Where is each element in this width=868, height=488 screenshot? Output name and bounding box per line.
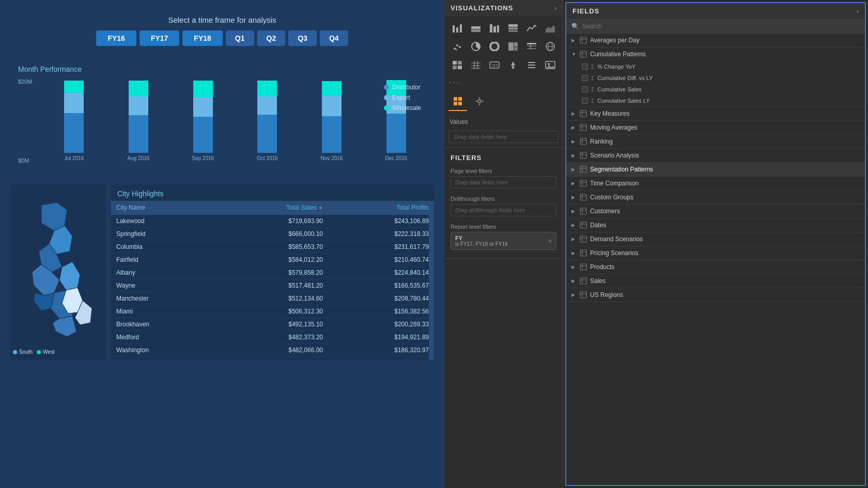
field-sub-name: Cumulative Sales LY [597, 98, 649, 104]
line-chart-icon[interactable] [523, 19, 540, 37]
field-group-header-key-measures[interactable]: ▶ Key Measures [566, 107, 865, 120]
bar-wholesale [257, 81, 277, 97]
pie-icon[interactable] [467, 38, 485, 55]
q4-button[interactable]: Q4 [320, 30, 348, 46]
q3-button[interactable]: Q3 [288, 30, 317, 46]
field-group-header-pricing-scenarios[interactable]: ▶ Pricing Scenarios [566, 246, 865, 260]
field-group-header-demand-scenarios[interactable]: ▶ Demand Scenarios [566, 232, 865, 246]
field-group-header-segmentation-patterns[interactable]: ▶ Segmentation Patterns [566, 163, 865, 176]
svg-rect-94 [580, 222, 586, 228]
table-viz-icon[interactable] [523, 38, 540, 55]
fy16-button[interactable]: FY16 [96, 30, 136, 46]
area-chart-icon[interactable] [541, 19, 559, 37]
filter-chip-fy[interactable]: FY is FY17, FY18 or FY16 × [451, 232, 556, 250]
field-group-header-dates[interactable]: ▶ Dates [566, 218, 865, 232]
matrix-icon[interactable] [467, 56, 485, 74]
viz-filters-col: VISUALIZATIONS › [444, 0, 563, 488]
field-group-header-products[interactable]: ▶ Products [566, 260, 865, 274]
bar-chart-icon[interactable] [448, 19, 466, 37]
fields-window-outer: FIELDS › 🔍 ▶ Averages per Day ▼ Cumulati… [565, 2, 866, 486]
time-frame-label: Select a time frame for analysis [0, 15, 444, 24]
table-icon [580, 138, 587, 145]
bar-stack [64, 81, 84, 153]
card-icon[interactable]: 123 [486, 56, 503, 74]
bar-distributor [129, 115, 148, 153]
fy17-button[interactable]: FY17 [140, 30, 179, 46]
field-group-header-custom-groups[interactable]: ▶ Custom Groups [566, 191, 865, 204]
main-area: Select a time frame for analysis FY16 FY… [0, 0, 444, 488]
field-group: ▶ Ranking [566, 135, 865, 149]
field-sub-item[interactable]: Σ Cumulative Diff. vs LY [566, 72, 865, 84]
field-group-name: Time Comparison [590, 180, 639, 187]
bar-label: Aug 2016 [128, 155, 150, 161]
field-group-header-cumulative-patterns[interactable]: ▼ Cumulative Patterns [566, 48, 865, 61]
grid-icon[interactable] [448, 56, 466, 74]
bar-label: Jul 2016 [64, 155, 84, 161]
fields-search-input[interactable] [582, 23, 860, 30]
city-highlights-title: City Highlights [111, 184, 434, 201]
chip-close-icon[interactable]: × [548, 238, 552, 245]
bar-distributor [257, 115, 277, 153]
report-filters-section: Report level filters FY is FY17, FY18 or… [444, 222, 563, 254]
viz-chevron[interactable]: › [554, 5, 556, 12]
field-group: ▶ Customers [566, 204, 865, 218]
svg-rect-85 [580, 180, 586, 186]
svg-rect-109 [580, 292, 586, 298]
fields-tab-icon[interactable] [448, 92, 467, 111]
month-performance-title: Month Performance [18, 65, 426, 73]
100pct-bar-icon[interactable] [504, 19, 522, 37]
globe-viz-icon[interactable] [541, 38, 559, 55]
kpi-icon[interactable] [504, 56, 522, 74]
time-frame-section: Select a time frame for analysis FY16 FY… [0, 0, 444, 54]
donut-icon[interactable] [486, 38, 503, 55]
field-sub-item[interactable]: Σ Cumulative Sales [566, 84, 865, 95]
field-group-header-averages-per-day[interactable]: ▶ Averages per Day [566, 34, 865, 47]
field-group-header-ranking[interactable]: ▶ Ranking [566, 135, 865, 148]
svg-rect-21 [508, 30, 518, 32]
field-group-header-moving-averages[interactable]: ▶ Moving Averages [566, 121, 865, 134]
city-name: Columbia [111, 241, 217, 254]
field-sub-item[interactable]: Σ % Change YoY [566, 61, 865, 72]
bar-distributor [322, 116, 342, 153]
table-icon [580, 166, 587, 173]
field-group-header-customers[interactable]: ▶ Customers [566, 204, 865, 218]
column-chart-icon[interactable] [486, 19, 503, 37]
image-icon[interactable] [541, 56, 559, 74]
page-filters-section: Page level filters Drag data fields here [444, 166, 563, 194]
field-group-header-sales[interactable]: ▶ Sales [566, 274, 865, 288]
table-row: Fairfield $584,012.20 $210,460.74 [111, 254, 434, 266]
bar-label: Oct 2016 [257, 155, 278, 161]
city-name: Springfield [111, 228, 217, 241]
scatter-icon[interactable] [448, 38, 466, 55]
city-table: City Name Total Sales ▼ Total Profits La… [111, 201, 434, 360]
field-group-header-us-regions[interactable]: ▶ US Regions [566, 288, 865, 302]
field-group-header-time-comparison[interactable]: ▶ Time Comparison [566, 177, 865, 190]
city-profits: $194,921.89 [328, 331, 434, 344]
fy18-button[interactable]: FY18 [182, 30, 222, 46]
field-group-name: Segmentation Patterns [590, 166, 653, 173]
format-tab-icon[interactable] [470, 92, 489, 111]
field-group: ▶ Key Measures [566, 107, 865, 121]
bar-wholesale [193, 81, 213, 97]
treemap-icon[interactable] [504, 38, 522, 55]
field-group-header-scenario-analysis[interactable]: ▶ Scenario Analysis [566, 149, 865, 162]
field-group: ▼ Cumulative Patterns Σ % Change YoY Σ C… [566, 48, 865, 107]
field-sigma-icon: Σ [591, 87, 594, 92]
bar-group: Sep 2016 [173, 81, 233, 161]
bar-export [64, 93, 84, 113]
q2-button[interactable]: Q2 [257, 30, 286, 46]
q1-button[interactable]: Q1 [226, 30, 254, 46]
stacked-bar-icon[interactable] [467, 19, 485, 37]
bar-group: Nov 2016 [302, 81, 362, 161]
svg-point-25 [459, 46, 461, 48]
table-icon [580, 277, 587, 285]
fields-chevron[interactable]: › [857, 8, 859, 15]
field-sub-item[interactable]: Σ Cumulative Sales LY [566, 95, 865, 106]
drillthrough-label: Drillthrough filters [451, 196, 556, 202]
chip-value: is FY17, FY18 or FY16 [455, 241, 508, 247]
page-drag-hint: Drag data fields here [451, 176, 556, 188]
slicer-icon[interactable] [523, 56, 540, 74]
report-label: Report level filters [451, 224, 556, 230]
svg-rect-19 [508, 24, 518, 27]
bar-label: Dec 2016 [385, 155, 407, 161]
